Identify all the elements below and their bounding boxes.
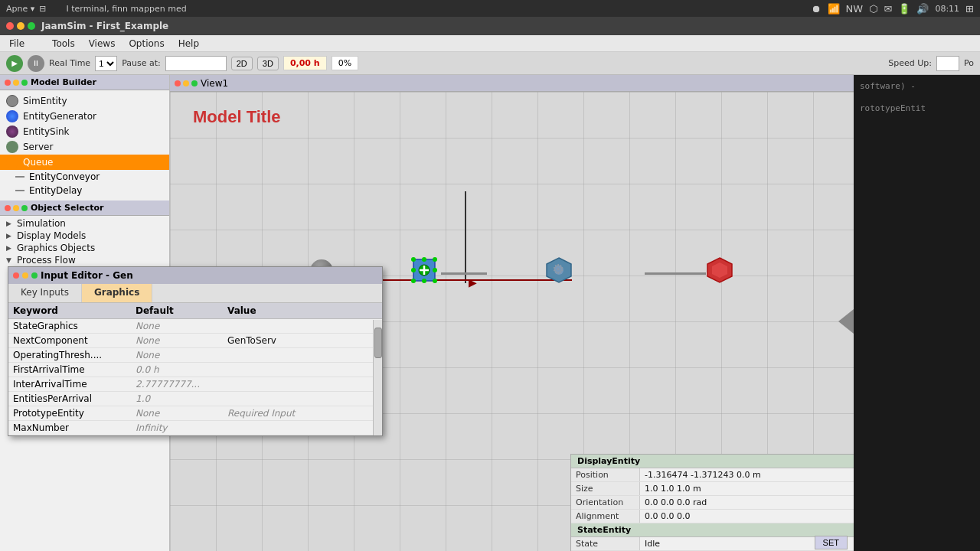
val-3[interactable] [223,363,382,377]
menu-file[interactable]: File [3,37,31,51]
view-max[interactable] [191,80,198,86]
menu-help[interactable]: Help [172,37,205,51]
mail-icon: ✉ [884,3,892,15]
table-row[interactable]: NextComponent None GenToServ [8,334,382,348]
server-icon [6,141,18,153]
pause-at-input[interactable] [165,56,227,71]
object-selector-title: Object Selector [31,203,103,213]
scrollbar-thumb[interactable] [374,328,382,358]
apne-menu[interactable]: Apne ▾ [6,4,34,14]
dialog-close[interactable] [13,272,19,279]
tab-key-inputs[interactable]: Key Inputs [8,284,82,302]
mb-item-simentity[interactable]: SimEntity [0,93,169,109]
table-row[interactable]: OperatingThresh.... None [8,348,382,363]
generator-icon [6,110,18,122]
mb-item-queue[interactable]: Queue [0,155,169,170]
object-selector-header: Object Selector [0,201,169,216]
speed-select[interactable]: 1248 [95,56,117,71]
val-2[interactable] [223,348,382,363]
table-row[interactable]: StateGraphics None [8,319,382,334]
conveyor-line-2 [645,272,706,275]
tree-graphics-objects[interactable]: ▶ Graphics Objects [0,242,169,254]
tab-graphics[interactable]: Graphics [82,284,152,302]
dialog-scrollbar[interactable] [373,320,382,435]
table-row[interactable]: InterArrivalTime 2.77777777... [8,377,382,392]
table-row[interactable]: EntitiesPerArrival 1.0 [8,392,382,406]
tree-arrow-sim: ▶ [6,220,14,227]
minimize-btn[interactable] [17,22,24,30]
speedup-input[interactable] [936,56,959,71]
val-1[interactable]: GenToServ [223,334,382,348]
val-4[interactable] [223,377,382,392]
server-obj[interactable]: ⚙ [545,256,573,284]
3d-button[interactable]: 3D [257,57,279,70]
mb-label-sink: EntitySink [23,126,70,137]
props-align-val[interactable]: 0.0 0.0 0.0 [640,510,694,523]
play-button[interactable]: ▶ [6,55,23,72]
generator-obj[interactable] [410,256,438,284]
os-controls[interactable] [5,205,28,211]
battery-icon: 🔋 [898,3,910,15]
system-bar-left: Apne ▾ ⊟ I terminal, finn mappen med [6,4,187,14]
def-3: 0.0 h [131,363,223,377]
view-close[interactable] [175,80,181,86]
menu-edit[interactable] [32,42,44,45]
bt-icon: ⬡ [869,3,877,15]
kw-2: OperatingThresh.... [8,348,131,363]
val-5[interactable] [223,392,382,406]
pause-button[interactable]: ⏸ [28,55,44,72]
tree-process-flow[interactable]: ▼ Process Flow [0,254,169,266]
mb-item-delay[interactable]: EntityDelay [0,184,169,197]
table-row[interactable]: PrototypeEntity None Required Input [8,406,382,421]
nav-left-button[interactable] [838,309,854,334]
window-controls[interactable] [6,22,35,30]
mb-item-conveyor[interactable]: EntityConveyor [0,170,169,184]
toolbar-icon[interactable]: ⊟ [39,4,46,14]
os-close[interactable] [5,205,11,211]
view-min[interactable] [183,80,189,86]
menu-tools[interactable]: Tools [46,37,81,51]
props-size-val[interactable]: 1.0 1.0 1.0 m [640,482,706,495]
props-position-val[interactable]: -1.316474 -1.371243 0.0 m [640,468,766,481]
val-6[interactable]: Required Input [223,406,382,421]
svg-point-4 [411,279,416,283]
props-size-row: Size 1.0 1.0 1.0 m [571,482,854,496]
pause-at-label: Pause at: [122,58,161,68]
def-6: None [131,406,223,421]
speedup-label: Speed Up: [888,58,932,68]
mb-item-server[interactable]: Server [0,139,169,155]
system-bar-right: ⏺ 📶 NW ⬡ ✉ 🔋 🔊 08:11 ⊞ [812,3,974,15]
mb-max[interactable] [21,80,28,86]
menu-options[interactable]: Options [122,37,170,51]
tree-display-models[interactable]: ▶ Display Models [0,230,169,242]
os-min[interactable] [13,205,19,211]
view-controls[interactable] [175,80,198,86]
mb-item-sink[interactable]: EntitySink [0,124,169,139]
mb-item-generator[interactable]: EntityGenerator [0,109,169,124]
tree-simulation[interactable]: ▶ Simulation [0,217,169,230]
tray-icon: ⊞ [965,3,974,15]
os-max[interactable] [21,205,28,211]
maximize-btn[interactable] [28,22,35,30]
val-7[interactable] [223,421,382,435]
table-row[interactable]: FirstArrivalTime 0.0 h [8,363,382,377]
dialog-table-header: Keyword Default Value [8,303,382,319]
props-orient-val[interactable]: 0.0 0.0 0.0 rad [640,496,711,509]
dialog-min[interactable] [22,272,28,279]
table-row[interactable]: MaxNumber Infinity [8,421,382,435]
svg-point-7 [411,268,416,272]
mb-close[interactable] [5,80,11,86]
menu-views[interactable]: Views [83,37,122,51]
close-btn[interactable] [6,22,14,30]
sink-obj[interactable] [706,256,733,284]
model-builder-controls[interactable] [5,80,28,86]
props-position-key: Position [571,468,640,481]
set-button[interactable]: SET [815,536,848,549]
val-0[interactable] [223,319,382,334]
2d-button[interactable]: 2D [231,57,253,70]
mb-min[interactable] [13,80,19,86]
tree-arrow-pf: ▼ [6,256,14,264]
props-state-val[interactable]: Idle [640,537,665,550]
kw-4: InterArrivalTime [8,377,131,392]
dialog-max[interactable] [31,272,38,279]
